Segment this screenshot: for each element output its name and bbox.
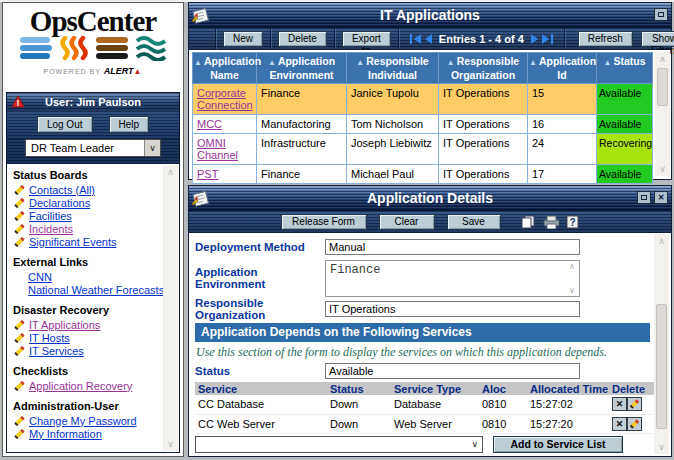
column-header-responsible-organization[interactable]: ▲Responsible Organization: [439, 53, 528, 84]
responsible-organization-input[interactable]: [325, 301, 580, 317]
scroll-down-icon[interactable]: ∨: [658, 442, 665, 452]
column-header-application-name[interactable]: ▲Application Name: [193, 53, 257, 84]
role-select[interactable]: DR Team Leader ∨: [25, 139, 161, 157]
logo-area: OpsCenter POWERED BY ALERT▲: [3, 3, 183, 87]
export-to-excel-button[interactable]: Export to Excel: [342, 31, 391, 47]
it-hosts-link[interactable]: IT Hosts: [29, 332, 70, 344]
details-toolbar: Release Form Clear Save ?: [189, 211, 671, 233]
column-header-application-environment[interactable]: ▲Application Environment: [257, 53, 347, 84]
pencil-icon: [14, 428, 25, 439]
sidebar-scrollbar[interactable]: ∧ ∨: [163, 165, 178, 451]
application-environment-textarea[interactable]: Finance: [325, 260, 580, 297]
sort-asc-icon: ▲: [194, 58, 202, 67]
scroll-up-icon[interactable]: ∧: [167, 167, 174, 177]
deployment-method-input[interactable]: [325, 239, 580, 255]
declarations-link[interactable]: Declarations: [29, 197, 90, 209]
release-form-button[interactable]: Release Form: [281, 214, 367, 230]
help-button[interactable]: Help: [109, 116, 150, 133]
service-select[interactable]: ∨: [195, 436, 483, 453]
new-button[interactable]: New: [223, 31, 263, 47]
cell-individual: Tom Nicholson: [347, 115, 439, 134]
maximize-button[interactable]: [654, 8, 668, 21]
scroll-up-icon[interactable]: ∧: [659, 54, 666, 64]
previous-page-icon[interactable]: [425, 34, 432, 44]
last-page-icon[interactable]: [551, 34, 553, 44]
copy-icon[interactable]: [521, 215, 537, 229]
sidebar-item-weather: National Weather Forecasts: [13, 283, 159, 296]
contacts-link[interactable]: Contacts (All): [29, 184, 95, 196]
apps-table-area: ▲Application Name ▲Application Environme…: [190, 50, 670, 178]
cell-id: 16: [528, 115, 597, 134]
scroll-down-icon[interactable]: ∨: [659, 164, 666, 174]
scroll-up-icon[interactable]: ∧: [569, 262, 575, 271]
delete-button[interactable]: Delete: [278, 31, 327, 47]
delete-service-button[interactable]: ✕: [612, 397, 627, 411]
incidents-link[interactable]: Incidents: [29, 223, 73, 235]
application-link[interactable]: Corporate Connection: [197, 87, 253, 111]
it-services-link[interactable]: IT Services: [29, 345, 84, 357]
powered-by-text: POWERED BY: [43, 68, 100, 75]
first-page-icon[interactable]: [414, 34, 421, 44]
svc-name: CC Web Server: [195, 414, 327, 433]
scrollbar-thumb[interactable]: [657, 68, 668, 106]
svc-aloc: 0810: [479, 414, 527, 433]
scroll-down-icon[interactable]: ∨: [167, 439, 174, 449]
application-recovery-link[interactable]: Application Recovery: [29, 380, 132, 392]
first-page-icon[interactable]: [410, 34, 412, 44]
application-link[interactable]: PST: [197, 168, 218, 180]
my-information-link[interactable]: My Information: [29, 428, 102, 440]
cnn-link[interactable]: CNN: [28, 271, 52, 283]
edit-service-button[interactable]: [627, 417, 642, 431]
textarea-scrollbar[interactable]: ∧ ∨: [566, 262, 578, 295]
apps-panel-titlebar: IT Applications: [189, 3, 671, 28]
weather-forecasts-link[interactable]: National Weather Forecasts: [28, 284, 164, 296]
delete-service-button[interactable]: ✕: [612, 417, 627, 431]
next-page-icon[interactable]: [531, 34, 538, 44]
change-password-link[interactable]: Change My Password: [29, 415, 137, 427]
sort-asc-icon: ▲: [356, 58, 364, 67]
print-icon[interactable]: [543, 215, 560, 229]
save-button[interactable]: Save: [447, 214, 501, 230]
select-dropdown-arrow-icon[interactable]: ∨: [144, 140, 160, 156]
status-input[interactable]: [325, 363, 580, 379]
application-link[interactable]: OMNI Channel: [197, 137, 238, 161]
facilities-link[interactable]: Facilities: [29, 210, 72, 222]
svc-type: Web Server: [391, 414, 479, 433]
toolbar-separator: [215, 29, 216, 49]
entries-count: Entries 1 - 4 of 4: [439, 33, 524, 45]
pencil-icon: [14, 415, 25, 426]
svc-type: Database: [391, 395, 479, 414]
user-name-title: User: Jim Paulson: [45, 96, 141, 108]
column-header-responsible-individual[interactable]: ▲Responsible Individual: [347, 53, 439, 84]
clear-button[interactable]: Clear: [379, 214, 435, 230]
close-button[interactable]: ✕: [654, 191, 668, 204]
it-applications-link[interactable]: IT Applications: [29, 319, 100, 331]
last-page-icon[interactable]: [542, 34, 549, 44]
edit-service-button[interactable]: [627, 397, 642, 411]
help-icon[interactable]: ?: [566, 215, 580, 229]
scroll-up-icon[interactable]: ∧: [658, 236, 665, 246]
apps-panel-title: IT Applications: [380, 7, 480, 23]
field-label: Responsible Organization: [195, 297, 325, 321]
maximize-button[interactable]: [637, 191, 651, 204]
apps-scrollbar[interactable]: ∧ ∨: [655, 52, 670, 176]
user-panel-titlebar: ! User: Jim Paulson: [7, 93, 179, 111]
pencil-icon: [14, 197, 25, 208]
select-dropdown-arrow-icon[interactable]: ∨: [471, 439, 478, 449]
scrollbar-thumb[interactable]: [656, 304, 667, 429]
application-link[interactable]: MCC: [197, 118, 222, 130]
sidebar-item-my-information: My Information: [13, 427, 159, 440]
sort-asc-icon: ▲: [447, 58, 455, 67]
table-header-row: ▲Application Name ▲Application Environme…: [193, 53, 653, 84]
refresh-button[interactable]: Refresh: [578, 31, 633, 47]
status-badge: Available: [597, 115, 653, 134]
logout-button[interactable]: Log Out: [37, 116, 93, 133]
significant-events-link[interactable]: Significant Events: [29, 236, 116, 248]
details-scrollbar[interactable]: ∧ ∨: [654, 234, 669, 454]
show-filters-button[interactable]: Show Filters: [641, 31, 674, 47]
add-to-service-list-button[interactable]: Add to Service List: [493, 436, 623, 453]
column-header-application-id[interactable]: ▲Application Id: [528, 53, 597, 84]
section-heading-external-links: External Links: [13, 256, 159, 268]
column-header-status[interactable]: ▲Status: [597, 53, 653, 84]
scroll-down-icon[interactable]: ∨: [569, 286, 575, 295]
